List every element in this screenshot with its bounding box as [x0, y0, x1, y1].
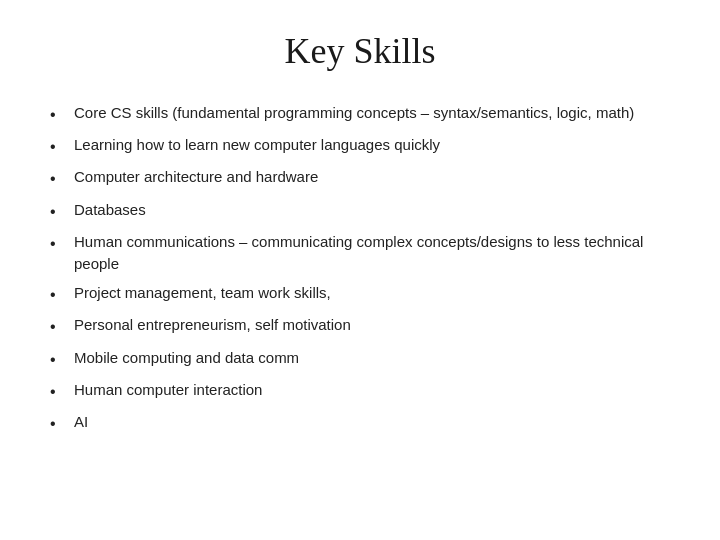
list-item: •Core CS skills (fundamental programming… — [50, 102, 670, 126]
list-item: •Mobile computing and data comm — [50, 347, 670, 371]
list-item: •Human computer interaction — [50, 379, 670, 403]
list-item: •Human communications – communicating co… — [50, 231, 670, 275]
bullet-list: •Core CS skills (fundamental programming… — [50, 102, 670, 443]
bullet-text: Core CS skills (fundamental programming … — [74, 102, 670, 124]
bullet-text: Project management, team work skills, — [74, 282, 670, 304]
bullet-text: Human computer interaction — [74, 379, 670, 401]
list-item: •AI — [50, 411, 670, 435]
slide-title: Key Skills — [50, 30, 670, 72]
bullet-icon: • — [50, 380, 68, 403]
bullet-text: Databases — [74, 199, 670, 221]
bullet-icon: • — [50, 167, 68, 190]
list-item: •Databases — [50, 199, 670, 223]
list-item: •Learning how to learn new computer lang… — [50, 134, 670, 158]
bullet-text: Learning how to learn new computer langu… — [74, 134, 670, 156]
list-item: •Project management, team work skills, — [50, 282, 670, 306]
bullet-text: Personal entrepreneurism, self motivatio… — [74, 314, 670, 336]
bullet-icon: • — [50, 135, 68, 158]
bullet-text: AI — [74, 411, 670, 433]
bullet-icon: • — [50, 412, 68, 435]
bullet-icon: • — [50, 348, 68, 371]
list-item: •Personal entrepreneurism, self motivati… — [50, 314, 670, 338]
bullet-text: Human communications – communicating com… — [74, 231, 670, 275]
bullet-icon: • — [50, 315, 68, 338]
slide-container: Key Skills •Core CS skills (fundamental … — [0, 0, 720, 540]
bullet-icon: • — [50, 283, 68, 306]
bullet-text: Mobile computing and data comm — [74, 347, 670, 369]
list-item: •Computer architecture and hardware — [50, 166, 670, 190]
bullet-icon: • — [50, 200, 68, 223]
bullet-icon: • — [50, 103, 68, 126]
bullet-icon: • — [50, 232, 68, 255]
bullet-text: Computer architecture and hardware — [74, 166, 670, 188]
